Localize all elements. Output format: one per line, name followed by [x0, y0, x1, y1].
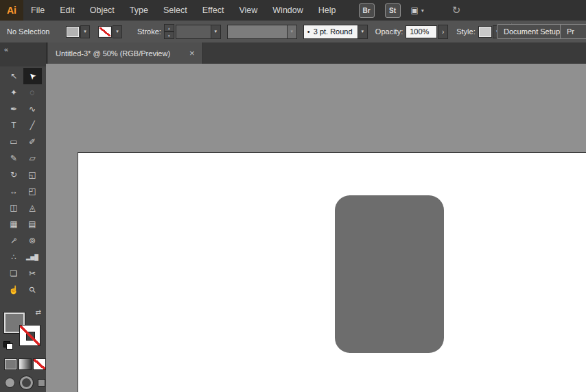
slice-icon: ✂: [29, 269, 36, 278]
opacity-label[interactable]: Opacity:: [375, 27, 403, 36]
stock-icon[interactable]: St: [385, 3, 401, 18]
stroke-none-swatch[interactable]: [98, 26, 112, 38]
artboard-tool[interactable]: ❏: [5, 265, 23, 282]
opacity-input[interactable]: 100%: [406, 25, 437, 38]
line-segment-icon: ╱: [30, 121, 34, 130]
type-icon: T: [11, 121, 16, 130]
chevron-right-icon: ›: [442, 28, 444, 36]
preferences-button[interactable]: Pr: [560, 24, 586, 39]
gradient-button[interactable]: [19, 358, 32, 370]
stroke-weight-stepper[interactable]: ▴ ▾: [164, 24, 174, 39]
chevron-down-icon: ▾: [421, 8, 424, 14]
paintbrush-tool[interactable]: ✐: [23, 134, 42, 150]
menu-object[interactable]: Object: [82, 0, 122, 21]
selection-tool[interactable]: ↖: [5, 68, 23, 84]
eraser-tool[interactable]: ▱: [23, 150, 42, 167]
curvature-tool[interactable]: ∿: [23, 101, 42, 117]
menu-effect[interactable]: Effect: [195, 0, 232, 21]
blend-icon: ⊚: [29, 236, 36, 245]
stroke-dropdown-button[interactable]: ▾: [113, 25, 122, 38]
perspective-grid-tool[interactable]: ◬: [23, 199, 42, 216]
canvas-area[interactable]: [46, 64, 586, 392]
menu-select[interactable]: Select: [156, 0, 195, 21]
stroke-color-control: ▾: [98, 25, 122, 38]
lasso-tool[interactable]: ◌: [23, 84, 42, 101]
lasso-icon: ◌: [30, 88, 34, 97]
bridge-icon[interactable]: Br: [359, 3, 375, 18]
column-graph-tool[interactable]: ▂▅█: [23, 249, 42, 265]
scale-icon: ◱: [28, 170, 36, 180]
curvature-icon: ∿: [29, 104, 36, 114]
menu-window[interactable]: Window: [265, 0, 310, 21]
menu-view[interactable]: View: [231, 0, 265, 21]
style-swatch[interactable]: [478, 26, 492, 38]
document-tab-title: Untitled-3* @ 50% (RGB/Preview): [56, 49, 170, 58]
stepper-down-icon[interactable]: ▾: [164, 32, 174, 39]
sync-icon[interactable]: ↻: [452, 4, 461, 16]
menu-type[interactable]: Type: [122, 0, 156, 21]
document-setup-button[interactable]: Document Setup: [497, 24, 567, 39]
style-label[interactable]: Style:: [456, 27, 476, 36]
default-fill-stroke-icon[interactable]: [3, 341, 13, 350]
line-segment-tool[interactable]: ╱: [23, 117, 42, 134]
hand-tool[interactable]: ☝: [5, 282, 23, 298]
type-tool[interactable]: T: [5, 117, 23, 134]
symbol-sprayer-tool[interactable]: ∴: [5, 249, 23, 265]
stroke-weight-label[interactable]: Stroke:: [137, 27, 161, 36]
workspace-icon: ▣: [411, 5, 419, 15]
brush-preview-dot: •: [307, 27, 310, 36]
blend-tool[interactable]: ⊚: [23, 232, 42, 249]
stroke-indicator[interactable]: [19, 325, 40, 346]
swap-fill-stroke-icon[interactable]: ⇄: [36, 308, 41, 316]
pen-tool[interactable]: ✒: [5, 101, 23, 117]
menu-file[interactable]: File: [23, 0, 52, 21]
menu-edit[interactable]: Edit: [52, 0, 82, 21]
pencil-tool[interactable]: ✎: [5, 150, 23, 167]
rotate-tool[interactable]: ↻: [5, 167, 23, 183]
screen-mode-icon[interactable]: [38, 379, 45, 387]
slice-tool[interactable]: ✂: [23, 265, 42, 282]
scale-tool[interactable]: ◱: [23, 167, 42, 183]
gradient-icon: ▤: [28, 219, 36, 229]
opacity-chevron-button[interactable]: ›: [438, 25, 448, 39]
workspace-switcher[interactable]: ▣ ▾: [411, 5, 424, 15]
draw-behind-mode-icon[interactable]: [20, 376, 33, 389]
brush-definition-value: • 3 pt. Round: [304, 25, 358, 38]
zoom-tool[interactable]: ⚲: [23, 282, 42, 298]
selection-tool-icon: ↖: [10, 71, 17, 81]
fill-swatch[interactable]: [66, 26, 80, 38]
draw-normal-mode-icon[interactable]: [5, 378, 15, 388]
fill-dropdown-button[interactable]: ▾: [80, 25, 90, 38]
document-tab[interactable]: Untitled-3* @ 50% (RGB/Preview) ×: [48, 42, 203, 64]
rotate-icon: ↻: [10, 170, 17, 180]
menu-help[interactable]: Help: [311, 0, 344, 21]
direct-selection-tool[interactable]: ➤: [23, 68, 42, 84]
symbol-sprayer-icon: ∴: [11, 252, 16, 262]
artboard: [78, 152, 586, 392]
pencil-icon: ✎: [10, 154, 17, 163]
eyedropper-tool[interactable]: ⊸: [5, 232, 23, 249]
illustrator-window: Ai File Edit Object Type Select Effect V…: [0, 0, 586, 392]
shape-builder-tool[interactable]: ◫: [5, 199, 23, 216]
chevron-down-icon: ▾: [116, 29, 119, 34]
canvas-shape[interactable]: [335, 195, 444, 353]
width-tool[interactable]: ↔: [5, 183, 23, 199]
width-icon: ↔: [10, 186, 18, 196]
default-stroke-mini: [6, 343, 13, 350]
gradient-tool[interactable]: ▤: [23, 216, 42, 232]
variable-width-profile-combo[interactable]: ▾: [227, 25, 297, 39]
stepper-up-icon[interactable]: ▴: [164, 24, 174, 32]
rectangle-tool[interactable]: ▭: [5, 134, 23, 150]
close-icon[interactable]: ×: [189, 49, 195, 58]
direct-selection-tool-icon: ➤: [26, 70, 38, 82]
free-transform-tool[interactable]: ◰: [23, 183, 42, 199]
stroke-weight-combo[interactable]: ▾: [176, 25, 221, 39]
none-button[interactable]: [33, 358, 46, 370]
mesh-tool[interactable]: ▦: [5, 216, 23, 232]
chevron-down-icon: ▾: [84, 29, 86, 34]
magic-wand-tool[interactable]: ✦: [5, 84, 23, 101]
collapse-panel-icon[interactable]: «: [4, 45, 8, 53]
brush-definition-combo[interactable]: • 3 pt. Round ▾: [303, 25, 368, 39]
eraser-icon: ▱: [29, 154, 35, 163]
color-button[interactable]: [4, 358, 17, 370]
